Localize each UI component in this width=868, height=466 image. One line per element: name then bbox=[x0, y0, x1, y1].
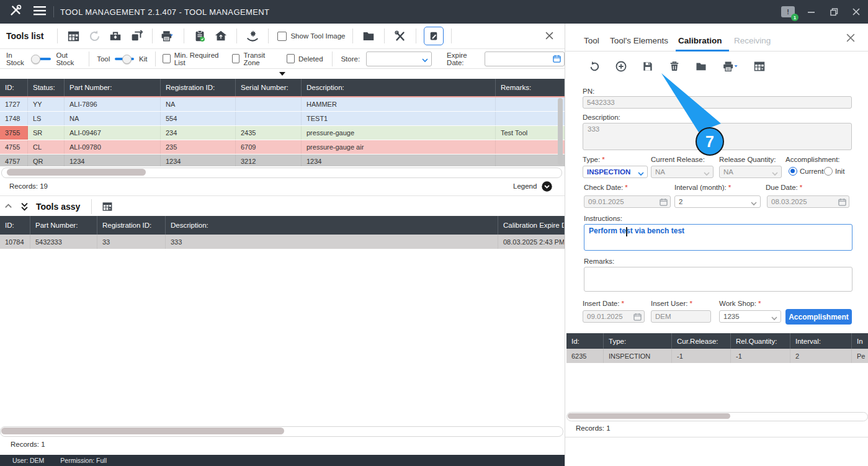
show-tool-image-checkbox[interactable] bbox=[277, 32, 287, 41]
scrollbar-thumb[interactable] bbox=[568, 413, 730, 419]
warehouse-home-icon[interactable] bbox=[213, 28, 229, 44]
check-date-label: Check Date:* bbox=[584, 184, 628, 191]
stock-toggle[interactable] bbox=[32, 55, 51, 63]
legend-expander-icon[interactable] bbox=[541, 181, 553, 195]
folder-icon[interactable] bbox=[693, 58, 709, 74]
expire-date-input[interactable] bbox=[485, 52, 565, 66]
table-row[interactable]: 1078454323333333308.03.2025 2:43 PM bbox=[0, 235, 565, 249]
scrollbar-thumb[interactable] bbox=[1, 428, 284, 434]
filter-bar: In Stock Out Stock Tool Kit Min. Require… bbox=[0, 49, 565, 69]
double-chevron-down-icon[interactable] bbox=[16, 199, 32, 215]
column-header[interactable]: Remarks: bbox=[496, 79, 565, 96]
column-header[interactable]: ID: bbox=[0, 79, 28, 96]
separator bbox=[91, 199, 92, 214]
table-cell: SR bbox=[28, 126, 65, 140]
insert-user-label: Insert User:* bbox=[651, 300, 692, 307]
toolbox-icon[interactable] bbox=[107, 28, 123, 44]
hand-gear-service-icon[interactable] bbox=[244, 28, 261, 44]
clipboard-tasks-icon[interactable] bbox=[192, 28, 208, 44]
instructions-field[interactable]: Perform test via bench test bbox=[584, 224, 852, 251]
scrollbar-thumb[interactable] bbox=[7, 169, 146, 176]
splitter-collapse-arrow[interactable] bbox=[279, 72, 285, 76]
horizontal-scrollbar[interactable] bbox=[566, 412, 868, 421]
detail-tabs: Tool Tool's Elements Calibration Receivi… bbox=[565, 24, 868, 52]
column-header[interactable]: Type: bbox=[604, 333, 672, 349]
tab-tools-elements[interactable]: Tool's Elements bbox=[610, 36, 668, 45]
column-header[interactable]: Serial Number: bbox=[236, 79, 302, 96]
min-required-checkbox[interactable] bbox=[163, 54, 171, 63]
type-select[interactable]: INSPECTION bbox=[583, 166, 648, 178]
folder-icon[interactable] bbox=[360, 28, 377, 44]
radio-current[interactable] bbox=[789, 167, 797, 176]
tool-kit-toggle[interactable] bbox=[115, 55, 134, 63]
chevron-down-icon bbox=[704, 170, 710, 177]
description-label: Description: bbox=[583, 114, 620, 121]
column-header[interactable]: Registration ID: bbox=[161, 79, 236, 96]
close-panel-icon[interactable] bbox=[846, 34, 855, 45]
menu-hamburger-icon[interactable] bbox=[34, 6, 46, 18]
table-row[interactable]: 4755CLALI-097802356709pressure-gauge air bbox=[0, 140, 565, 155]
chevron-down-icon bbox=[771, 315, 777, 322]
chevron-up-icon[interactable] bbox=[0, 199, 16, 215]
restore-button[interactable] bbox=[828, 6, 839, 17]
table-cell: pressure-gauge air bbox=[302, 140, 496, 154]
table-row[interactable]: 1748LSNA554TEST1 bbox=[0, 112, 565, 126]
column-header[interactable]: Part Number: bbox=[65, 79, 161, 96]
tools-crossed-icon[interactable] bbox=[392, 28, 408, 44]
transit-zone-checkbox[interactable] bbox=[232, 54, 240, 63]
table-row[interactable]: 1727YYALI-7896NAHAMMER bbox=[0, 97, 565, 112]
horizontal-scrollbar[interactable] bbox=[0, 426, 563, 437]
column-header[interactable]: Description: bbox=[302, 79, 496, 96]
edit-tool-button-active[interactable] bbox=[424, 27, 444, 45]
column-header[interactable]: Description: bbox=[166, 216, 498, 235]
table-row[interactable]: 6235INSPECTION-1-12Pe bbox=[566, 349, 868, 363]
horizontal-scrollbar[interactable] bbox=[1, 168, 562, 178]
vertical-scrollbar[interactable] bbox=[558, 98, 563, 165]
table-cell: HAMMER bbox=[302, 97, 496, 111]
column-header[interactable]: ID: bbox=[0, 216, 30, 235]
table-cell: 1748 bbox=[0, 112, 28, 125]
grid-view-icon[interactable] bbox=[751, 58, 767, 74]
column-header[interactable]: Registration ID: bbox=[97, 216, 166, 235]
table-cell: LS bbox=[28, 112, 65, 125]
records-count: Records: 1 bbox=[576, 424, 611, 432]
interval-select[interactable]: 2 bbox=[674, 195, 761, 208]
work-shop-select[interactable]: 1235 bbox=[719, 310, 781, 323]
add-icon[interactable] bbox=[613, 58, 629, 74]
radio-init[interactable] bbox=[824, 167, 833, 176]
delete-icon[interactable] bbox=[666, 58, 682, 74]
column-header[interactable]: In bbox=[852, 333, 868, 349]
column-header[interactable]: Status: bbox=[28, 79, 65, 96]
save-icon[interactable] bbox=[640, 58, 656, 74]
close-window-button[interactable] bbox=[851, 6, 862, 17]
deleted-checkbox[interactable] bbox=[287, 54, 295, 63]
print-icon[interactable] bbox=[720, 58, 741, 74]
column-header[interactable]: Rel.Quantity: bbox=[731, 333, 790, 349]
notifications-icon[interactable]: ! 1 bbox=[781, 6, 795, 17]
column-header[interactable]: Cur.Release: bbox=[672, 333, 731, 349]
remarks-field[interactable] bbox=[584, 267, 852, 292]
app-logo-tools-icon bbox=[9, 4, 22, 20]
tab-calibration[interactable]: Calibration bbox=[678, 36, 722, 45]
column-header[interactable]: Interval: bbox=[790, 333, 852, 349]
table-row[interactable]: 4757QR1234123432121234 bbox=[0, 155, 565, 166]
table-cell: ALI-09467 bbox=[65, 126, 161, 140]
table-cell: NA bbox=[65, 112, 161, 125]
column-header[interactable]: Part Number: bbox=[30, 216, 97, 235]
print-icon[interactable] bbox=[160, 28, 176, 44]
column-header[interactable]: Id: bbox=[566, 333, 604, 349]
accomplishment-button[interactable]: Accomplishment bbox=[785, 309, 852, 325]
grid-view-icon[interactable] bbox=[99, 199, 115, 215]
copy-export-icon[interactable] bbox=[128, 28, 145, 44]
table-cell bbox=[236, 112, 302, 125]
insert-user-field: DEM bbox=[651, 310, 711, 323]
column-header[interactable]: Calibration Expire Da bbox=[498, 216, 565, 235]
store-select[interactable] bbox=[366, 52, 432, 66]
table-row[interactable]: 3755SRALI-094672342435pressure-gaugeTest… bbox=[0, 126, 565, 140]
refresh-icon[interactable] bbox=[586, 58, 602, 74]
tab-tool[interactable]: Tool bbox=[584, 36, 599, 45]
close-tools-list-icon[interactable] bbox=[545, 31, 553, 42]
tools-table: ID:Status:Part Number:Registration ID:Se… bbox=[0, 79, 565, 166]
minimize-button[interactable] bbox=[806, 6, 817, 17]
grid-view-icon[interactable] bbox=[65, 28, 81, 44]
